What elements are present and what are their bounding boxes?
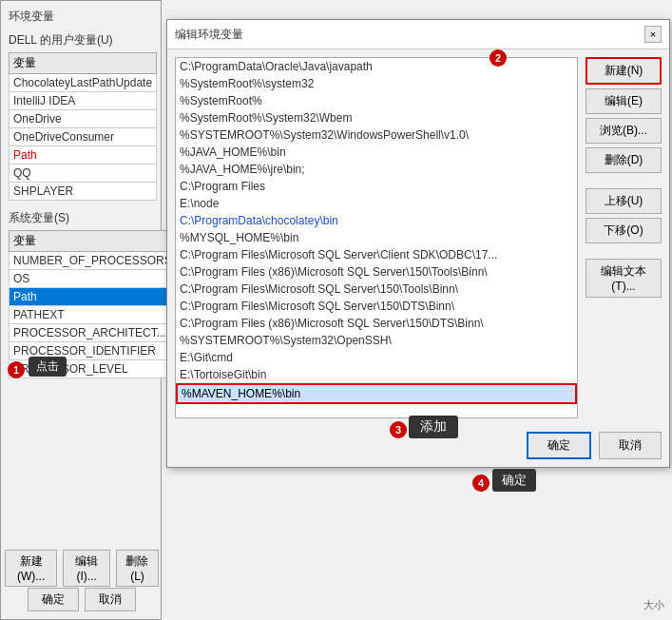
badge-2: 2 <box>490 49 507 67</box>
list-item[interactable]: C:\ProgramData\Oracle\Java\javapath <box>176 58 577 75</box>
tooltip-ok: 确定 <box>492 469 536 492</box>
list-item[interactable]: E:\Git\cmd <box>176 349 577 366</box>
list-item[interactable]: E:\TortoiseGit\bin <box>176 366 577 383</box>
list-item[interactable]: C:\ProgramData\chocolatey\bin <box>176 212 577 229</box>
list-item[interactable]: %JAVA_HOME%\bin <box>176 144 577 161</box>
badge-4: 4 <box>472 475 490 492</box>
badge-3: 3 <box>390 421 407 438</box>
bg-ok-cancel: 确定 取消 <box>1 588 163 611</box>
dialog-title: 编辑环境变量 <box>175 27 243 43</box>
cancel-button[interactable]: 取消 <box>599 432 662 459</box>
list-item[interactable]: %JAVA_HOME%\jre\bin; <box>176 161 577 178</box>
list-item[interactable]: %MYSQL_HOME%\bin <box>176 229 577 246</box>
size-label: 大小 <box>643 598 664 612</box>
right-buttons-panel: 新建(N) 编辑(E) 浏览(B)... 删除(D) 上移(U) 下移(O) 编… <box>586 57 662 418</box>
table-row[interactable]: NUMBER_OF_PROCESSORS <box>10 252 177 270</box>
user-vars-table: 变量 ChocolateyLastPathUpdate IntelliJ IDE… <box>9 52 157 201</box>
dialog-body: C:\ProgramData\Oracle\Java\javapath %Sys… <box>167 49 669 426</box>
list-item[interactable]: %SYSTEMROOT%\System32\WindowsPowerShell\… <box>176 126 577 144</box>
new-w-button[interactable]: 新建(W)... <box>5 550 57 587</box>
move-down-button[interactable]: 下移(O) <box>586 218 662 243</box>
path-list[interactable]: C:\ProgramData\Oracle\Java\javapath %Sys… <box>175 57 578 418</box>
sys-section-title: 系统变量(S) <box>9 210 153 226</box>
table-row[interactable]: OS <box>10 270 177 288</box>
table-row[interactable]: IntelliJ IDEA <box>10 92 157 110</box>
list-item[interactable]: %SystemRoot% <box>176 92 577 109</box>
edit-e-button[interactable]: 编辑(E) <box>586 88 662 114</box>
list-item[interactable]: %SystemRoot%\system32 <box>176 75 577 92</box>
browse-button[interactable]: 浏览(B)... <box>586 118 662 144</box>
user-table-header: 变量 <box>10 53 157 74</box>
edit-env-dialog: 编辑环境变量 × C:\ProgramData\Oracle\Java\java… <box>166 19 670 468</box>
list-item[interactable]: E:\node <box>176 195 577 212</box>
close-button[interactable]: × <box>644 26 662 43</box>
move-up-button[interactable]: 上移(U) <box>586 188 662 214</box>
bg-ok-button[interactable]: 确定 <box>28 588 79 611</box>
table-row-path-user[interactable]: Path <box>10 146 157 165</box>
delete-button[interactable]: 删除(L) <box>116 550 159 587</box>
dialog-titlebar: 编辑环境变量 × <box>167 20 669 49</box>
table-row-path-sys[interactable]: Path <box>10 288 177 306</box>
list-item-maven[interactable]: %MAVEN_HOME%\bin <box>176 383 577 404</box>
bg-bottom-buttons: 新建(W)... 编辑(I)... 删除(L) <box>1 546 163 591</box>
list-item[interactable]: C:\Program Files <box>176 178 577 195</box>
table-row[interactable]: ChocolateyLastPathUpdate <box>10 74 157 92</box>
list-item[interactable]: C:\Program Files (x86)\Microsoft SQL Ser… <box>176 263 577 281</box>
table-row[interactable]: QQ <box>10 165 157 183</box>
table-row[interactable]: OneDriveConsumer <box>10 128 157 146</box>
tooltip-click: 点击 <box>29 357 67 377</box>
bg-env-window: 环境变量 DELL 的用户变量(U) 变量 ChocolateyLastPath… <box>0 0 162 620</box>
list-item[interactable]: C:\Program Files\Microsoft SQL Server\15… <box>176 281 577 298</box>
list-item[interactable]: %SYSTEMROOT%\System32\OpenSSH\ <box>176 332 577 349</box>
list-item[interactable]: %SystemRoot%\System32\Wbem <box>176 109 577 126</box>
badge-1: 1 <box>8 361 25 378</box>
edit-text-button[interactable]: 编辑文本(T)... <box>586 259 662 298</box>
list-item[interactable]: C:\Program Files\Microsoft SQL Server\15… <box>176 298 577 315</box>
table-row[interactable]: SHPLAYER <box>10 183 157 201</box>
list-item[interactable]: C:\Program Files\Microsoft SQL Server\Cl… <box>176 246 577 263</box>
edit-i-button[interactable]: 编辑(I)... <box>63 550 110 587</box>
ok-button[interactable]: 确定 <box>527 432 591 459</box>
sys-table-header: 变量 <box>10 231 177 252</box>
tooltip-add: 添加 <box>409 416 458 438</box>
table-row[interactable]: OneDrive <box>10 110 157 128</box>
list-item[interactable]: C:\Program Files (x86)\Microsoft SQL Ser… <box>176 315 577 332</box>
user-section-title: DELL 的用户变量(U) <box>9 32 153 48</box>
bg-window-title: 环境变量 <box>9 9 153 25</box>
delete-d-button[interactable]: 删除(D) <box>586 147 662 173</box>
new-n-button[interactable]: 新建(N) <box>586 57 662 85</box>
table-row[interactable]: PATHEXT <box>10 306 177 324</box>
table-row[interactable]: PROCESSOR_ARCHITECT... <box>10 324 177 342</box>
bg-cancel-button[interactable]: 取消 <box>85 588 136 611</box>
